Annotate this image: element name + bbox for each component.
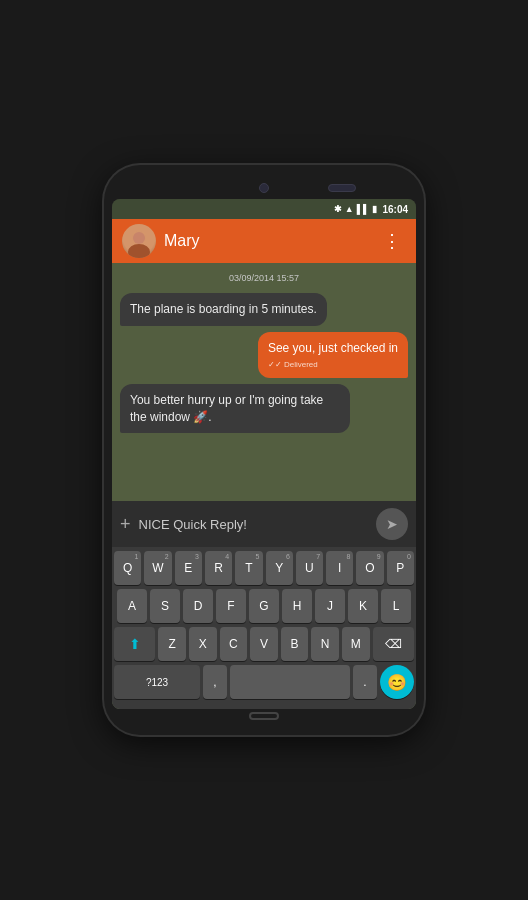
phone-bottom-bar — [112, 709, 416, 723]
emoji-key[interactable]: 😊 — [380, 665, 414, 699]
message-received-2: You better hurry up or I'm going take th… — [120, 384, 350, 434]
phone-frame: ✱ ▲ ▌▌ ▮ 16:04 Mary ⋮ — [104, 165, 424, 735]
key-K[interactable]: K — [348, 589, 378, 623]
avatar — [122, 224, 156, 258]
key-T[interactable]: 5T — [235, 551, 262, 585]
key-L[interactable]: L — [381, 589, 411, 623]
keyboard: 1Q 2W 3E 4R 5T 6Y 7U 8I 9O 0P A S D F G … — [112, 547, 416, 709]
status-bar: ✱ ▲ ▌▌ ▮ 16:04 — [112, 199, 416, 219]
battery-icon: ▮ — [372, 204, 377, 214]
message-sent-1: See you, just checked in ✓✓ Delivered — [258, 332, 408, 378]
key-O[interactable]: 9O — [356, 551, 383, 585]
key-D[interactable]: D — [183, 589, 213, 623]
comma-key[interactable]: , — [203, 665, 227, 699]
keyboard-row-4: ?123 , . 😊 — [114, 665, 414, 699]
message-timestamp: 03/09/2014 15:57 — [120, 273, 408, 283]
message-received-1: The plane is boarding in 5 minutes. — [120, 293, 327, 326]
chat-messages: 03/09/2014 15:57 The plane is boarding i… — [112, 263, 416, 501]
key-Q[interactable]: 1Q — [114, 551, 141, 585]
message-text-3: You better hurry up or I'm going take th… — [130, 393, 323, 424]
more-options-icon[interactable]: ⋮ — [379, 226, 406, 256]
keyboard-row-2: A S D F G H J K L — [114, 589, 414, 623]
chat-contact-name: Mary — [164, 232, 379, 250]
delivered-label: Delivered — [284, 359, 318, 370]
key-B[interactable]: B — [281, 627, 309, 661]
phone-screen: ✱ ▲ ▌▌ ▮ 16:04 Mary ⋮ — [112, 199, 416, 709]
space-key[interactable] — [230, 665, 350, 699]
key-I[interactable]: 8I — [326, 551, 353, 585]
key-M[interactable]: M — [342, 627, 370, 661]
signal-icon: ▌▌ — [357, 204, 370, 214]
key-S[interactable]: S — [150, 589, 180, 623]
shift-key[interactable]: ⬆ — [114, 627, 155, 661]
key-X[interactable]: X — [189, 627, 217, 661]
shift-icon: ⬆ — [129, 636, 141, 652]
check-icon: ✓✓ — [268, 359, 282, 370]
key-J[interactable]: J — [315, 589, 345, 623]
key-Y[interactable]: 6Y — [266, 551, 293, 585]
key-G[interactable]: G — [249, 589, 279, 623]
clock: 16:04 — [382, 204, 408, 215]
send-icon: ➤ — [386, 516, 398, 532]
status-right: ✱ ▲ ▌▌ ▮ 16:04 — [334, 204, 408, 215]
message-text-2: See you, just checked in — [268, 341, 398, 355]
key-W[interactable]: 2W — [144, 551, 171, 585]
key-E[interactable]: 3E — [175, 551, 202, 585]
key-C[interactable]: C — [220, 627, 248, 661]
key-A[interactable]: A — [117, 589, 147, 623]
svg-point-1 — [128, 244, 150, 258]
send-button[interactable]: ➤ — [376, 508, 408, 540]
home-button[interactable] — [249, 712, 279, 720]
svg-point-2 — [133, 232, 145, 244]
delivered-status: ✓✓ Delivered — [268, 359, 398, 370]
key-R[interactable]: 4R — [205, 551, 232, 585]
period-key[interactable]: . — [353, 665, 377, 699]
key-Z[interactable]: Z — [158, 627, 186, 661]
keyboard-row-1: 1Q 2W 3E 4R 5T 6Y 7U 8I 9O 0P — [114, 551, 414, 585]
backspace-key[interactable]: ⌫ — [373, 627, 414, 661]
phone-top-bar — [112, 177, 416, 199]
key-P[interactable]: 0P — [387, 551, 414, 585]
bluetooth-icon: ✱ — [334, 204, 342, 214]
key-U[interactable]: 7U — [296, 551, 323, 585]
wifi-icon: ▲ — [345, 204, 354, 214]
key-V[interactable]: V — [250, 627, 278, 661]
add-attachment-button[interactable]: + — [120, 514, 131, 535]
key-H[interactable]: H — [282, 589, 312, 623]
chat-header: Mary ⋮ — [112, 219, 416, 263]
avatar-face — [122, 224, 156, 258]
message-text-1: The plane is boarding in 5 minutes. — [130, 302, 317, 316]
speaker — [328, 184, 356, 192]
key-F[interactable]: F — [216, 589, 246, 623]
camera — [259, 183, 269, 193]
reply-bar: + NICE Quick Reply! ➤ — [112, 501, 416, 547]
keyboard-row-3: ⬆ Z X C V B N M ⌫ — [114, 627, 414, 661]
reply-input[interactable]: NICE Quick Reply! — [139, 517, 368, 532]
numbers-key[interactable]: ?123 — [114, 665, 200, 699]
key-N[interactable]: N — [311, 627, 339, 661]
